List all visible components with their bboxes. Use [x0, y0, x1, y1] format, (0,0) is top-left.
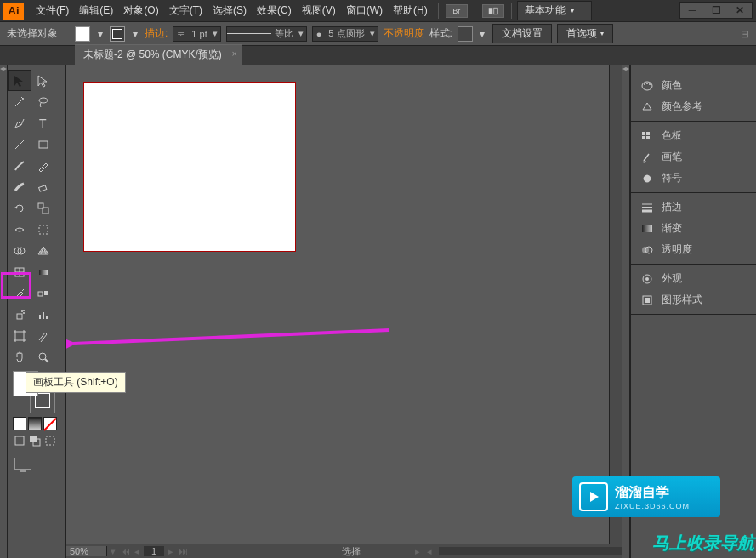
chevron-down-icon[interactable]: ▾	[107, 546, 119, 557]
minimize-button[interactable]: ─	[680, 3, 704, 18]
watermark-badge: 溜溜自学 ZIXUE.3D66.COM	[572, 476, 720, 517]
menu-view[interactable]: 视图(V)	[297, 3, 341, 18]
stroke-label[interactable]: 描边:	[145, 26, 168, 41]
menu-file[interactable]: 文件(F)	[31, 3, 74, 18]
prev-page-icon[interactable]: ◂	[131, 546, 143, 557]
artboard-tool[interactable]	[8, 325, 31, 346]
brush-definition[interactable]: ●5 点圆形▾	[312, 26, 378, 42]
last-page-icon[interactable]: ⏭	[177, 546, 189, 556]
chevron-down-icon[interactable]: ▾	[478, 29, 487, 38]
arrange-icon[interactable]	[482, 4, 504, 18]
eyedropper-tool[interactable]	[8, 282, 31, 304]
svg-rect-48	[642, 136, 645, 140]
color-mode-none[interactable]	[43, 417, 57, 430]
draw-normal-icon[interactable]	[13, 434, 26, 447]
draw-behind-icon[interactable]	[28, 434, 42, 447]
panel-stroke[interactable]: 描边	[631, 196, 756, 218]
panel-appearance[interactable]: 外观	[631, 268, 756, 289]
menu-type[interactable]: 文字(T)	[164, 3, 207, 18]
panel-color[interactable]: 颜色	[631, 75, 756, 96]
paintbrush-tool[interactable]	[8, 155, 31, 176]
stroke-icon	[639, 201, 655, 214]
direct-selection-tool[interactable]	[31, 70, 55, 91]
panel-swatches[interactable]: 色板	[631, 125, 756, 146]
lasso-tool[interactable]	[31, 91, 55, 112]
width-tool[interactable]	[8, 219, 31, 240]
slice-tool[interactable]	[31, 325, 55, 346]
bridge-icon[interactable]: Br	[446, 4, 468, 18]
document-tab[interactable]: 未标题-2 @ 50% (CMYK/预览) ×	[75, 44, 242, 65]
menu-effect[interactable]: 效果(C)	[252, 3, 297, 18]
hand-tool[interactable]	[8, 346, 31, 367]
panel-graphic-styles[interactable]: 图形样式	[631, 289, 756, 310]
zoom-field[interactable]: 50%	[66, 546, 107, 556]
document-setup-button[interactable]: 文档设置	[492, 24, 552, 43]
variable-width-profile[interactable]: 等比▾	[226, 26, 307, 42]
column-graph-tool[interactable]	[31, 304, 55, 325]
svg-rect-18	[44, 291, 48, 295]
scale-tool[interactable]	[31, 197, 55, 219]
menu-window[interactable]: 窗口(W)	[341, 3, 388, 18]
next-page-icon[interactable]: ▸	[165, 546, 177, 557]
blend-tool[interactable]	[31, 282, 55, 304]
perspective-grid-tool[interactable]	[31, 240, 55, 261]
rotate-tool[interactable]	[8, 197, 31, 219]
panel-symbols[interactable]: 符号	[631, 168, 756, 189]
horizontal-scrollbar[interactable]	[439, 547, 622, 555]
stroke-swatch[interactable]	[110, 26, 125, 42]
type-tool[interactable]: T	[31, 112, 55, 134]
expand-panels-icon[interactable]: ◂▸	[0, 65, 7, 71]
shape-builder-tool[interactable]	[8, 240, 31, 261]
panel-gradient[interactable]: 渐变	[631, 218, 756, 239]
zoom-tool[interactable]	[31, 346, 55, 367]
menu-help[interactable]: 帮助(H)	[388, 3, 433, 18]
scroll-left-icon[interactable]: ◂	[423, 546, 435, 557]
first-page-icon[interactable]: ⏮	[119, 546, 131, 556]
close-tab-icon[interactable]: ×	[231, 48, 236, 59]
workspace-switcher[interactable]: 基本功能 ▾	[517, 1, 592, 20]
symbol-sprayer-tool[interactable]	[8, 304, 31, 325]
color-mode-solid[interactable]	[13, 417, 26, 430]
pen-tool[interactable]	[8, 112, 31, 134]
gradient-tool[interactable]	[31, 261, 55, 282]
style-swatch[interactable]	[458, 26, 473, 42]
panel-color-guide[interactable]: 颜色参考	[631, 96, 756, 117]
magic-wand-tool[interactable]	[8, 91, 31, 112]
menu-object[interactable]: 对象(O)	[118, 3, 163, 18]
canvas[interactable]: 50% ▾ ⏮ ◂ 1 ▸ ⏭ 选择 ▸ ◂	[65, 65, 622, 558]
menu-select[interactable]: 选择(S)	[207, 3, 252, 18]
style-label[interactable]: 样式:	[429, 26, 452, 41]
blob-brush-tool[interactable]	[8, 176, 31, 197]
screen-mode-icon[interactable]	[14, 458, 31, 470]
vertical-scrollbar[interactable]	[609, 65, 622, 544]
line-tool[interactable]	[8, 134, 31, 155]
panel-brushes[interactable]: 画笔	[631, 146, 756, 168]
rectangle-tool[interactable]	[31, 134, 55, 155]
svg-point-22	[23, 310, 25, 311]
opacity-label[interactable]: 不透明度	[384, 26, 424, 41]
draw-inside-icon[interactable]	[43, 434, 57, 447]
chevron-down-icon: ▾	[571, 7, 574, 14]
eraser-tool[interactable]	[31, 176, 55, 197]
svg-rect-6	[39, 141, 48, 148]
menu-edit[interactable]: 编辑(E)	[74, 3, 118, 18]
mesh-tool[interactable]	[8, 261, 31, 282]
panel-transparency[interactable]: 透明度	[631, 239, 756, 260]
expand-right-panels-icon[interactable]: ◂▸	[622, 65, 629, 71]
scroll-left-icon[interactable]: ▸	[412, 546, 423, 557]
free-transform-tool[interactable]	[31, 219, 55, 240]
svg-rect-17	[38, 292, 43, 296]
stroke-weight-input[interactable]: ≑1 pt▾	[173, 26, 220, 42]
maximize-button[interactable]: ☐	[704, 3, 728, 18]
close-button[interactable]: ✕	[728, 3, 752, 18]
page-field[interactable]: 1	[144, 546, 164, 556]
pencil-tool[interactable]	[31, 155, 55, 176]
doc-controls[interactable]: ⊟	[741, 28, 749, 40]
color-mode-gradient[interactable]	[28, 417, 42, 430]
artboard[interactable]	[83, 82, 296, 252]
selection-tool[interactable]	[8, 70, 31, 91]
chevron-down-icon[interactable]: ▾	[95, 29, 105, 38]
preferences-button[interactable]: 首选项▾	[557, 24, 613, 43]
chevron-down-icon[interactable]: ▾	[130, 29, 139, 38]
fill-swatch[interactable]	[75, 26, 90, 42]
